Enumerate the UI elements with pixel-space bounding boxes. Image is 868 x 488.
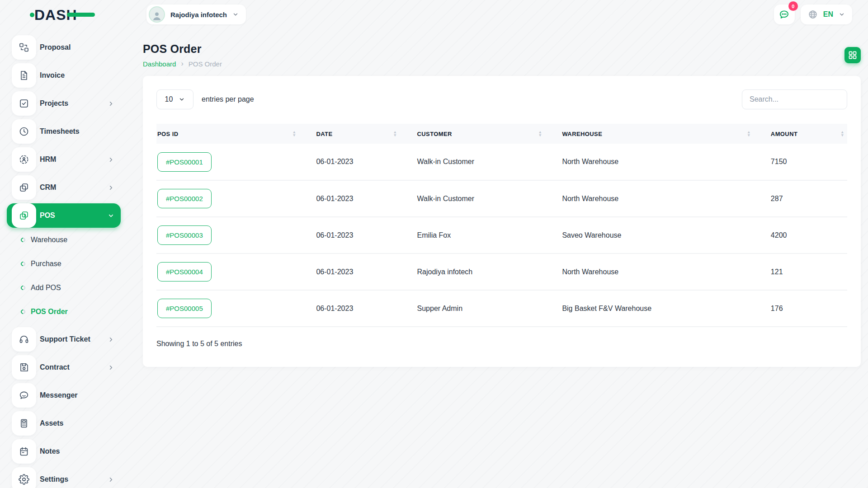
sidebar-subitem-label: POS Order bbox=[31, 308, 68, 316]
sidebar-subitem-purchase[interactable]: Purchase bbox=[0, 252, 128, 276]
pos-id-badge[interactable]: #POS00004 bbox=[157, 262, 212, 282]
chevron-right-icon bbox=[108, 364, 114, 371]
sidebar-item-label: Assets bbox=[40, 419, 63, 427]
column-header-date[interactable]: DATE▴▾ bbox=[315, 124, 416, 144]
breadcrumb-current: POS Order bbox=[189, 60, 222, 68]
breadcrumb-dashboard-link[interactable]: Dashboard bbox=[143, 60, 176, 68]
sidebar-item-label: Contract bbox=[40, 363, 70, 371]
user-icon bbox=[151, 10, 163, 22]
column-header-warehouse[interactable]: WAREHOUSE▴▾ bbox=[561, 124, 769, 144]
sidebar-item-label: Messenger bbox=[40, 391, 78, 399]
chevron-right-icon bbox=[108, 184, 114, 191]
column-label: CUSTOMER bbox=[417, 131, 452, 137]
sidebar-item-label: Proposal bbox=[40, 43, 71, 52]
notes-icon bbox=[12, 439, 36, 464]
search-input[interactable] bbox=[742, 89, 847, 109]
cell-amount: 4200 bbox=[770, 217, 847, 253]
entries-per-page-select[interactable]: 10 bbox=[156, 89, 193, 109]
sidebar-item-assets[interactable]: Assets bbox=[7, 411, 121, 436]
workspace-name: Rajodiya infotech bbox=[170, 11, 227, 19]
sidebar-subitem-label: Purchase bbox=[31, 260, 61, 268]
header-actions: 0 EN bbox=[774, 5, 852, 24]
chat-badge: 0 bbox=[788, 1, 798, 11]
entries-per-page-value: 10 bbox=[165, 95, 173, 103]
sidebar-item-settings[interactable]: Settings bbox=[7, 467, 121, 488]
column-label: AMOUNT bbox=[771, 131, 797, 137]
bullet-icon bbox=[20, 236, 26, 243]
sidebar-item-hrm[interactable]: HRM bbox=[7, 147, 121, 172]
cell-customer: Emilia Fox bbox=[416, 217, 561, 253]
hrm-icon bbox=[12, 147, 36, 172]
cell-pos-id: #POS00002 bbox=[156, 180, 315, 217]
cell-customer: Rajodiya infotech bbox=[416, 253, 561, 290]
sidebar-item-invoice[interactable]: Invoice bbox=[7, 63, 121, 88]
timesheets-icon bbox=[12, 119, 36, 144]
cell-date: 06-01-2023 bbox=[315, 253, 416, 290]
globe-icon bbox=[808, 9, 818, 19]
page-head-left: POS Order Dashboard › POS Order bbox=[143, 42, 222, 68]
sidebar-subitem-pos-order[interactable]: POS Order bbox=[0, 300, 128, 324]
breadcrumb: Dashboard › POS Order bbox=[143, 60, 222, 68]
cell-pos-id: #POS00001 bbox=[156, 144, 315, 180]
table-footer-status: Showing 1 to 5 of 5 entries bbox=[156, 340, 847, 348]
main-area: ProposalInvoiceProjectsTimesheetsHRMCRMP… bbox=[0, 29, 868, 488]
cell-pos-id: #POS00003 bbox=[156, 217, 315, 253]
crm-icon bbox=[12, 175, 36, 200]
sidebar-item-notes[interactable]: Notes bbox=[7, 439, 121, 464]
column-label: POS ID bbox=[157, 131, 178, 137]
sidebar-subitem-add-pos[interactable]: Add POS bbox=[0, 276, 128, 300]
column-header-pos-id[interactable]: POS ID▴▾ bbox=[156, 124, 315, 144]
pos-order-card: 10 entries per page POS ID▴▾DATE▴▾CUSTOM… bbox=[143, 76, 861, 367]
brand-logo[interactable]: DASH bbox=[0, 5, 128, 24]
table-head: POS ID▴▾DATE▴▾CUSTOMER▴▾WAREHOUSE▴▾AMOUN… bbox=[156, 124, 847, 144]
sidebar: ProposalInvoiceProjectsTimesheetsHRMCRMP… bbox=[0, 29, 128, 488]
language-selector[interactable]: EN bbox=[801, 5, 852, 24]
dash-logo-icon: DASH bbox=[30, 5, 99, 24]
cell-date: 06-01-2023 bbox=[315, 144, 416, 180]
chevron-right-icon bbox=[108, 156, 114, 163]
sidebar-item-contract[interactable]: Contract bbox=[7, 355, 121, 380]
table-row: #POS0000506-01-2023Supper AdminBig Baske… bbox=[156, 290, 847, 327]
pos-id-badge[interactable]: #POS00001 bbox=[157, 152, 212, 172]
app-root: DASH Rajodiya infotech bbox=[0, 0, 868, 488]
sidebar-item-messenger[interactable]: Messenger bbox=[7, 383, 121, 408]
sort-icon: ▴▾ bbox=[841, 131, 844, 137]
messages-button[interactable]: 0 bbox=[774, 5, 795, 24]
column-header-amount[interactable]: AMOUNT▴▾ bbox=[770, 124, 847, 144]
grid-view-button[interactable] bbox=[844, 47, 861, 63]
cell-amount: 287 bbox=[770, 180, 847, 217]
sidebar-item-label: Settings bbox=[40, 475, 68, 483]
sidebar-item-pos[interactable]: POS bbox=[7, 203, 121, 228]
sidebar-item-proposal[interactable]: Proposal bbox=[7, 35, 121, 60]
pos-id-badge[interactable]: #POS00005 bbox=[157, 299, 212, 318]
pos-order-table: POS ID▴▾DATE▴▾CUSTOMER▴▾WAREHOUSE▴▾AMOUN… bbox=[156, 124, 847, 327]
pos-id-badge[interactable]: #POS00002 bbox=[157, 189, 212, 208]
bullet-icon bbox=[20, 284, 26, 291]
table-header-row: POS ID▴▾DATE▴▾CUSTOMER▴▾WAREHOUSE▴▾AMOUN… bbox=[156, 124, 847, 144]
sidebar-item-support-ticket[interactable]: Support Ticket bbox=[7, 327, 121, 352]
column-label: WAREHOUSE bbox=[562, 131, 602, 137]
sidebar-item-timesheets[interactable]: Timesheets bbox=[7, 119, 121, 144]
bullet-icon bbox=[20, 308, 26, 314]
language-label: EN bbox=[823, 10, 833, 19]
avatar bbox=[149, 6, 165, 23]
cell-warehouse: North Warehouse bbox=[561, 180, 769, 217]
cell-amount: 121 bbox=[770, 253, 847, 290]
chevron-down-icon bbox=[108, 212, 114, 219]
support-ticket-icon bbox=[12, 327, 36, 352]
cell-warehouse: Saveo Warehouse bbox=[561, 217, 769, 253]
chevron-down-icon bbox=[839, 11, 845, 18]
chevron-down-icon bbox=[232, 11, 239, 18]
table-row: #POS0000406-01-2023Rajodiya infotechNort… bbox=[156, 253, 847, 290]
chevron-right-icon bbox=[108, 476, 114, 483]
sidebar-subitem-warehouse[interactable]: Warehouse bbox=[0, 228, 128, 252]
cell-date: 06-01-2023 bbox=[315, 290, 416, 327]
sidebar-item-projects[interactable]: Projects bbox=[7, 91, 121, 116]
column-header-customer[interactable]: CUSTOMER▴▾ bbox=[416, 124, 561, 144]
assets-icon bbox=[12, 411, 36, 436]
cell-amount: 7150 bbox=[770, 144, 847, 180]
proposal-icon bbox=[12, 35, 36, 60]
sidebar-item-crm[interactable]: CRM bbox=[7, 175, 121, 200]
pos-id-badge[interactable]: #POS00003 bbox=[157, 225, 212, 245]
workspace-selector[interactable]: Rajodiya infotech bbox=[146, 5, 246, 24]
